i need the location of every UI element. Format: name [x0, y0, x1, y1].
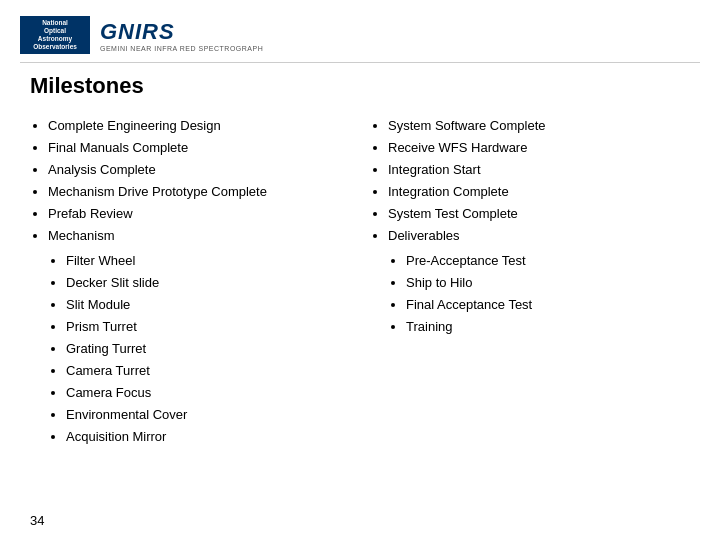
- main-content: Complete Engineering Design Final Manual…: [20, 115, 700, 448]
- list-item: Mechanism Drive Prototype Complete: [48, 181, 350, 203]
- list-item: Integration Complete: [388, 181, 690, 203]
- sub-list-item: Camera Focus: [66, 382, 350, 404]
- page-number: 34: [30, 513, 44, 528]
- sub-list-item: Environmental Cover: [66, 404, 350, 426]
- sub-list-item: Pre-Acceptance Test: [406, 250, 690, 272]
- right-column: System Software Complete Receive WFS Har…: [370, 115, 690, 448]
- sub-list-item: Grating Turret: [66, 338, 350, 360]
- sub-list-item: Decker Slit slide: [66, 272, 350, 294]
- list-item: System Test Complete: [388, 203, 690, 225]
- list-item: System Software Complete: [388, 115, 690, 137]
- left-list: Complete Engineering Design Final Manual…: [30, 115, 350, 448]
- gnirs-subtitle: GEMINI NEAR INFRA RED SPECTROGRAPH: [100, 45, 263, 52]
- mechanism-sub-list: Filter Wheel Decker Slit slide Slit Modu…: [48, 250, 350, 449]
- deliverables-sub-list: Pre-Acceptance Test Ship to Hilo Final A…: [388, 250, 690, 338]
- header: National Optical Astronomy Observatories…: [20, 10, 700, 63]
- sub-list-item: Prism Turret: [66, 316, 350, 338]
- list-item: Analysis Complete: [48, 159, 350, 181]
- list-item: Prefab Review: [48, 203, 350, 225]
- sub-list-item: Training: [406, 316, 690, 338]
- list-item-mechanism: Mechanism Filter Wheel Decker Slit slide…: [48, 225, 350, 448]
- left-column: Complete Engineering Design Final Manual…: [30, 115, 350, 448]
- sub-list-item: Camera Turret: [66, 360, 350, 382]
- noao-logo: National Optical Astronomy Observatories: [20, 16, 90, 54]
- list-item: Complete Engineering Design: [48, 115, 350, 137]
- footer: 34: [30, 513, 44, 528]
- gnirs-logo: GNIRS: [100, 19, 263, 45]
- list-item-deliverables: Deliverables Pre-Acceptance Test Ship to…: [388, 225, 690, 337]
- sub-list-item: Slit Module: [66, 294, 350, 316]
- list-item: Final Manuals Complete: [48, 137, 350, 159]
- sub-list-item: Acquisition Mirror: [66, 426, 350, 448]
- logo-area: National Optical Astronomy Observatories…: [20, 16, 263, 54]
- right-list: System Software Complete Receive WFS Har…: [370, 115, 690, 338]
- gnirs-logo-area: GNIRS GEMINI NEAR INFRA RED SPECTROGRAPH: [100, 19, 263, 52]
- list-item: Integration Start: [388, 159, 690, 181]
- sub-list-item: Final Acceptance Test: [406, 294, 690, 316]
- sub-list-item: Filter Wheel: [66, 250, 350, 272]
- page: National Optical Astronomy Observatories…: [0, 0, 720, 540]
- list-item: Receive WFS Hardware: [388, 137, 690, 159]
- sub-list-item: Ship to Hilo: [406, 272, 690, 294]
- noao-logo-text: National Optical Astronomy Observatories: [33, 19, 77, 50]
- page-title: Milestones: [20, 73, 700, 99]
